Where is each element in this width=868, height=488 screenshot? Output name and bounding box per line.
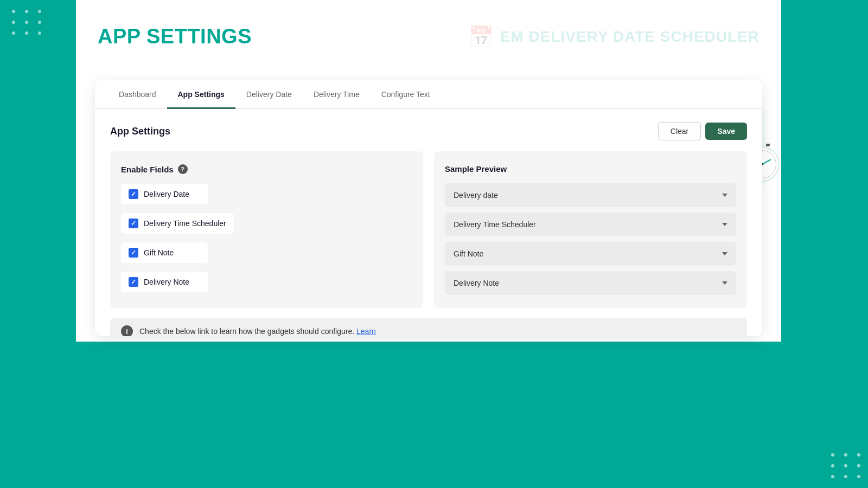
checkbox-delivery-note-check[interactable] [129, 277, 138, 287]
checkbox-delivery-note[interactable]: Delivery Note [121, 272, 208, 292]
card-body: App Settings Clear Save Enable Fields ? … [95, 109, 762, 336]
preview-delivery-time-scheduler[interactable]: Delivery Time Scheduler [445, 213, 736, 236]
clear-button[interactable]: Clear [658, 122, 701, 140]
chevron-down-icon [722, 252, 727, 255]
save-button[interactable]: Save [705, 123, 747, 140]
enable-fields-title: Enable Fields ? [121, 164, 412, 174]
tab-app-settings[interactable]: App Settings [167, 80, 235, 109]
logo-text: EM DELIVERY DATE SCHEDULER [500, 28, 760, 46]
logo-icon: 📅 [468, 25, 494, 49]
help-icon[interactable]: ? [178, 164, 188, 174]
tab-delivery-time[interactable]: Delivery Time [303, 80, 371, 109]
preview-delivery-time-scheduler-label: Delivery Time Scheduler [454, 220, 536, 229]
app-logo: 📅 EM DELIVERY DATE SCHEDULER [468, 25, 760, 49]
preview-delivery-date-label: Delivery date [454, 191, 498, 200]
decorative-dots-top-left [12, 10, 43, 35]
checkbox-delivery-date-label: Delivery Date [144, 190, 189, 198]
sample-preview-title: Sample Preview [445, 164, 736, 174]
checkbox-gift-note-check[interactable] [129, 248, 138, 258]
preview-gift-note-label: Gift Note [454, 249, 483, 258]
tab-bar: Dashboard App Settings Delivery Date Del… [95, 80, 762, 109]
page-title: APP SETTINGS [98, 25, 252, 48]
checkbox-delivery-date[interactable]: Delivery Date [121, 184, 208, 204]
info-text: Check the below link to learn how the ga… [139, 327, 376, 336]
decorative-dots-bottom-right [831, 453, 863, 478]
chevron-down-icon [722, 223, 727, 226]
info-icon: i [121, 325, 133, 336]
learn-link[interactable]: Learn [356, 327, 376, 336]
section-title: App Settings [110, 126, 170, 137]
tab-dashboard[interactable]: Dashboard [108, 80, 167, 109]
enable-fields-panel: Enable Fields ? Delivery Date Delivery T… [110, 151, 423, 308]
preview-delivery-note-label: Delivery Note [454, 279, 499, 287]
section-header: App Settings Clear Save [110, 122, 747, 140]
chevron-down-icon [722, 194, 727, 197]
two-column-layout: Enable Fields ? Delivery Date Delivery T… [110, 151, 747, 308]
preview-delivery-note[interactable]: Delivery Note [445, 271, 736, 295]
tab-delivery-date[interactable]: Delivery Date [235, 80, 303, 109]
info-banner: i Check the below link to learn how the … [110, 318, 747, 336]
main-card: Dashboard App Settings Delivery Date Del… [95, 80, 762, 336]
chevron-down-icon [722, 281, 727, 285]
checkbox-delivery-note-label: Delivery Note [144, 278, 189, 286]
checkbox-delivery-time-scheduler[interactable]: Delivery Time Scheduler [121, 213, 234, 234]
preview-gift-note[interactable]: Gift Note [445, 242, 736, 266]
sample-preview-panel: Sample Preview Delivery date Delivery Ti… [434, 151, 747, 308]
checkbox-gift-note[interactable]: Gift Note [121, 242, 208, 263]
preview-delivery-date[interactable]: Delivery date [445, 183, 736, 207]
app-header: APP SETTINGS 📅 EM DELIVERY DATE SCHEDULE… [76, 0, 781, 73]
checkbox-delivery-time-scheduler-label: Delivery Time Scheduler [144, 219, 226, 228]
checkbox-gift-note-label: Gift Note [144, 248, 174, 257]
checkbox-delivery-time-scheduler-check[interactable] [129, 219, 138, 228]
tab-configure-text[interactable]: Configure Text [371, 80, 441, 109]
checkbox-delivery-date-check[interactable] [129, 189, 138, 199]
